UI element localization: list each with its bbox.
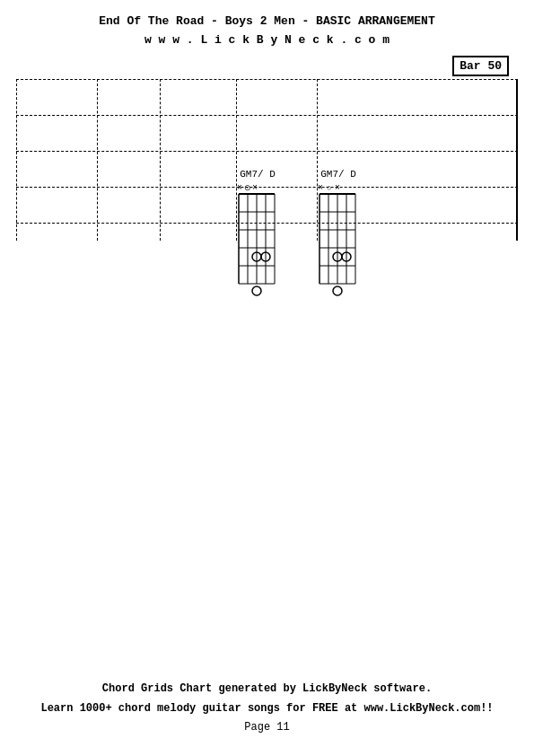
svg-point-33 bbox=[333, 286, 342, 295]
h-line-3 bbox=[16, 151, 518, 152]
svg-text:○: ○ bbox=[327, 184, 331, 193]
svg-text:⊙: ⊙ bbox=[244, 184, 251, 193]
chord-svg-1: × ⊙ × bbox=[234, 181, 281, 298]
chord-svg-2: × ○ × bbox=[315, 181, 362, 298]
bar-label: Bar 50 bbox=[452, 56, 509, 76]
bar-line-2 bbox=[97, 79, 98, 241]
footer-page: Page 11 bbox=[0, 718, 534, 738]
chord-name-2: GM7/ D bbox=[315, 169, 362, 180]
bar-line-1 bbox=[16, 79, 17, 241]
bar-line-end bbox=[516, 79, 518, 241]
page-footer: Chord Grids Chart generated by LickByNec… bbox=[0, 680, 534, 738]
footer-line2: Learn 1000+ chord melody guitar songs fo… bbox=[0, 699, 534, 719]
website: w w w . L i c k B y N e c k . c o m bbox=[0, 31, 534, 50]
chord-diagram-1: GM7/ D × ⊙ × bbox=[234, 169, 281, 303]
h-line-2 bbox=[16, 115, 518, 116]
title: End Of The Road - Boys 2 Men - BASIC ARR… bbox=[0, 13, 534, 31]
svg-text:×: × bbox=[318, 183, 323, 193]
svg-text:×: × bbox=[237, 183, 242, 193]
h-line-1 bbox=[16, 79, 518, 80]
chord-diagram-2: GM7/ D × ○ × bbox=[315, 169, 362, 303]
bar-line-3 bbox=[160, 79, 161, 241]
footer-line1: Chord Grids Chart generated by LickByNec… bbox=[0, 680, 534, 699]
svg-point-16 bbox=[252, 286, 261, 295]
staff-area: GM7/ D × ⊙ × bbox=[16, 79, 518, 312]
chord-name-1: GM7/ D bbox=[234, 169, 281, 180]
svg-text:×: × bbox=[252, 183, 258, 193]
page-header: End Of The Road - Boys 2 Men - BASIC ARR… bbox=[0, 0, 534, 50]
svg-text:×: × bbox=[335, 183, 340, 193]
